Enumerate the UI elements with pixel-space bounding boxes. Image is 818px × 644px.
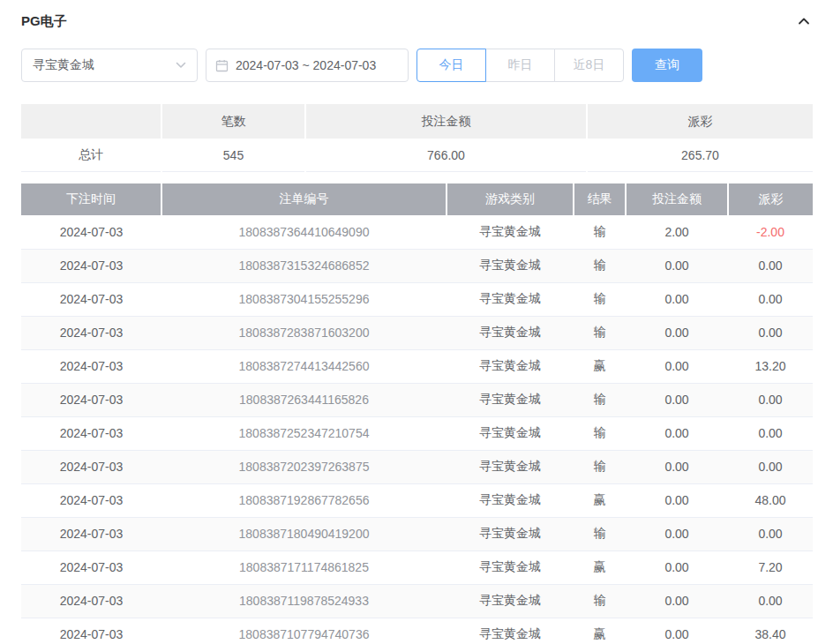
game-type-cell: 寻宝黄金城 xyxy=(447,383,574,416)
chevron-down-icon xyxy=(176,62,186,69)
table-row: 2024-07-03 1808387315324686852 寻宝黄金城 输 0… xyxy=(21,249,813,282)
bet-amount-cell: 0.00 xyxy=(626,517,728,550)
payout-cell: 0.00 xyxy=(728,416,813,450)
table-row: 2024-07-03 1808387119878524933 寻宝黄金城 输 0… xyxy=(21,584,813,618)
game-type-cell: 寻宝黄金城 xyxy=(447,416,574,450)
table-row: 2024-07-03 1808387283871603200 寻宝黄金城 输 0… xyxy=(21,316,813,349)
search-button[interactable]: 查询 xyxy=(632,49,702,82)
chevron-up-icon[interactable] xyxy=(795,12,813,30)
summary-total-payout: 265.70 xyxy=(588,139,813,172)
payout-cell: -2.00 xyxy=(728,215,813,249)
today-button[interactable]: 今日 xyxy=(417,49,486,82)
result-cell: 输 xyxy=(574,249,626,282)
bet-date-cell: 2024-07-03 xyxy=(21,249,161,282)
result-cell: 赢 xyxy=(574,618,626,644)
bet-id-cell: 1808387283871603200 xyxy=(161,316,447,349)
bet-id-cell: 1808387202397263875 xyxy=(161,450,447,483)
report-panel: PG电子 寻宝黄金城 2024-07-03 ~ 2024-07-03 今日 昨日… xyxy=(0,0,818,644)
game-type-cell: 寻宝黄金城 xyxy=(447,249,574,282)
bet-date-cell: 2024-07-03 xyxy=(21,349,161,383)
summary-total-count: 545 xyxy=(162,139,304,172)
date-range-value: 2024-07-03 ~ 2024-07-03 xyxy=(236,58,376,72)
panel-title: PG电子 xyxy=(21,13,67,30)
summary-header-bet-amount: 投注金额 xyxy=(306,104,586,139)
bet-amount-cell: 2.00 xyxy=(626,215,728,249)
payout-cell: 0.00 xyxy=(728,383,813,416)
game-type-cell: 寻宝黄金城 xyxy=(447,517,574,550)
bet-id-cell: 1808387315324686852 xyxy=(161,249,447,282)
result-cell: 输 xyxy=(574,282,626,316)
bet-id-cell: 1808387107794740736 xyxy=(161,618,447,644)
payout-cell: 0.00 xyxy=(728,282,813,316)
filter-row: 寻宝黄金城 2024-07-03 ~ 2024-07-03 今日 昨日 近8日 … xyxy=(21,49,813,82)
result-cell: 输 xyxy=(574,517,626,550)
game-type-cell: 寻宝黄金城 xyxy=(447,215,574,249)
bet-amount-cell: 0.00 xyxy=(626,450,728,483)
game-type-cell: 寻宝黄金城 xyxy=(447,316,574,349)
game-type-cell: 寻宝黄金城 xyxy=(447,550,574,584)
bet-id-cell: 1808387252347210754 xyxy=(161,416,447,450)
col-header-payout: 派彩 xyxy=(728,183,813,215)
result-cell: 输 xyxy=(574,584,626,618)
table-row: 2024-07-03 1808387192867782656 寻宝黄金城 赢 0… xyxy=(21,483,813,517)
bet-amount-cell: 0.00 xyxy=(626,618,728,644)
bet-date-cell: 2024-07-03 xyxy=(21,215,161,249)
payout-cell: 0.00 xyxy=(728,517,813,550)
panel-header: PG电子 xyxy=(21,0,813,42)
quick-range-button-group: 今日 昨日 近8日 xyxy=(417,49,624,82)
payout-cell: 7.20 xyxy=(728,550,813,584)
bet-date-cell: 2024-07-03 xyxy=(21,550,161,584)
bet-amount-cell: 0.00 xyxy=(626,550,728,584)
bet-amount-cell: 0.00 xyxy=(626,282,728,316)
payout-cell: 13.20 xyxy=(728,349,813,383)
game-type-cell: 寻宝黄金城 xyxy=(447,450,574,483)
summary-header-empty xyxy=(21,104,161,139)
bets-table-body: 2024-07-03 1808387364410649090 寻宝黄金城 输 2… xyxy=(21,215,813,644)
table-row: 2024-07-03 1808387180490419200 寻宝黄金城 输 0… xyxy=(21,517,813,550)
table-row: 2024-07-03 1808387263441165826 寻宝黄金城 输 0… xyxy=(21,383,813,416)
date-range-input[interactable]: 2024-07-03 ~ 2024-07-03 xyxy=(206,49,409,82)
table-row: 2024-07-03 1808387304155255296 寻宝黄金城 输 0… xyxy=(21,282,813,316)
result-cell: 赢 xyxy=(574,349,626,383)
game-type-cell: 寻宝黄金城 xyxy=(447,618,574,644)
game-select[interactable]: 寻宝黄金城 xyxy=(21,49,198,82)
game-type-cell: 寻宝黄金城 xyxy=(447,282,574,316)
bet-amount-cell: 0.00 xyxy=(626,383,728,416)
payout-cell: 38.40 xyxy=(728,618,813,644)
bet-id-cell: 1808387171174861825 xyxy=(161,550,447,584)
bet-id-cell: 1808387263441165826 xyxy=(161,383,447,416)
table-row: 2024-07-03 1808387252347210754 寻宝黄金城 输 0… xyxy=(21,416,813,450)
game-type-cell: 寻宝黄金城 xyxy=(447,349,574,383)
last-8-days-button[interactable]: 近8日 xyxy=(554,49,624,82)
bet-id-cell: 1808387192867782656 xyxy=(161,483,447,517)
bet-date-cell: 2024-07-03 xyxy=(21,483,161,517)
table-row: 2024-07-03 1808387202397263875 寻宝黄金城 输 0… xyxy=(21,450,813,483)
bet-date-cell: 2024-07-03 xyxy=(21,383,161,416)
bets-table-header: 下注时间 注单编号 游戏类别 结果 投注金额 派彩 xyxy=(21,183,813,215)
table-row: 2024-07-03 1808387171174861825 寻宝黄金城 赢 0… xyxy=(21,550,813,584)
bet-date-cell: 2024-07-03 xyxy=(21,416,161,450)
bet-date-cell: 2024-07-03 xyxy=(21,450,161,483)
result-cell: 赢 xyxy=(574,483,626,517)
result-cell: 输 xyxy=(574,316,626,349)
bet-date-cell: 2024-07-03 xyxy=(21,584,161,618)
table-row: 2024-07-03 1808387107794740736 寻宝黄金城 赢 0… xyxy=(21,618,813,644)
summary-total-bet-amount: 766.00 xyxy=(306,139,586,172)
bet-amount-cell: 0.00 xyxy=(626,483,728,517)
bet-date-cell: 2024-07-03 xyxy=(21,282,161,316)
bet-id-cell: 1808387364410649090 xyxy=(161,215,447,249)
bet-id-cell: 1808387119878524933 xyxy=(161,584,447,618)
payout-cell: 0.00 xyxy=(728,584,813,618)
result-cell: 赢 xyxy=(574,550,626,584)
payout-cell: 0.00 xyxy=(728,249,813,282)
col-header-bet-amount: 投注金额 xyxy=(626,183,728,215)
col-header-game-type: 游戏类别 xyxy=(447,183,574,215)
table-row: 2024-07-03 1808387274413442560 寻宝黄金城 赢 0… xyxy=(21,349,813,383)
col-header-bet-id: 注单编号 xyxy=(161,183,447,215)
result-cell: 输 xyxy=(574,416,626,450)
payout-cell: 0.00 xyxy=(728,316,813,349)
game-select-value: 寻宝黄金城 xyxy=(33,57,94,73)
bet-amount-cell: 0.00 xyxy=(626,316,728,349)
yesterday-button[interactable]: 昨日 xyxy=(485,49,555,82)
bet-id-cell: 1808387180490419200 xyxy=(161,517,447,550)
